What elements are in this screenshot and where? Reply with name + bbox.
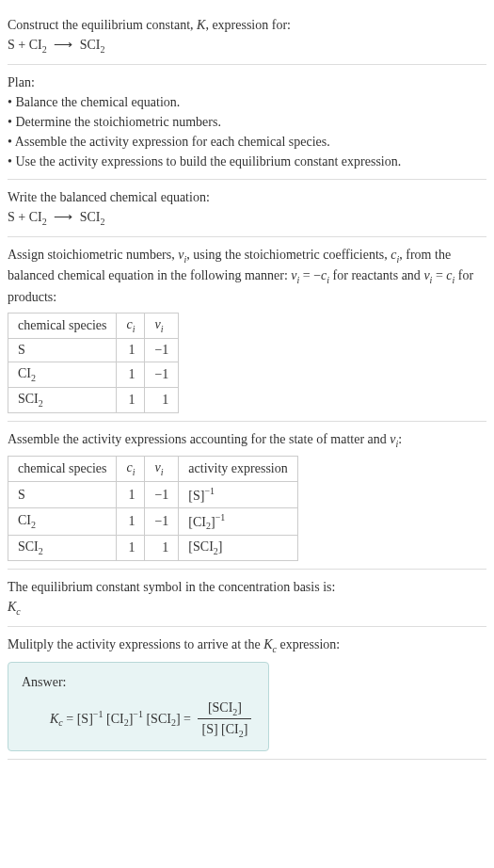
na: [SCI — [208, 700, 232, 715]
symbol-text: The equilibrium constant symbol in the c… — [8, 577, 486, 597]
header-section: Construct the equilibrium constant, K, e… — [8, 8, 486, 65]
esup: −1 — [215, 512, 226, 522]
table-row: CI2 1 −1 — [8, 362, 179, 387]
at3a: [SCI — [143, 711, 171, 725]
cell-c: 1 — [117, 387, 145, 412]
plan-item: • Assemble the activity expression for e… — [8, 132, 486, 152]
col-species: chemical species — [8, 313, 117, 339]
cell-c: 1 — [117, 482, 145, 508]
fraction: [SCI2][S] [CI2] — [198, 698, 251, 742]
plan-section: Plan: • Balance the chemical equation. •… — [8, 65, 486, 180]
aeq: = — [63, 711, 77, 725]
table-row: S 1 −1 [S]−1 — [8, 482, 298, 508]
eb: ] — [218, 539, 223, 554]
bal-sub2: 2 — [100, 217, 104, 227]
cell-species: S — [8, 482, 117, 508]
h3s: i — [161, 324, 164, 334]
title-prefix: Construct the equilibrium constant, — [8, 18, 197, 32]
ss: 2 — [39, 398, 43, 409]
answer-equation: Kc = [S]−1 [CI2]−1 [SCI2] = [SCI2][S] [C… — [22, 698, 255, 742]
at1: [S] — [77, 711, 93, 725]
sa: SCI — [18, 539, 39, 554]
sa: SCI — [18, 392, 39, 406]
cell-species: S — [8, 338, 117, 362]
mv: K — [263, 637, 272, 651]
ea: [SCI — [188, 539, 213, 554]
eq-left: S + CI — [8, 38, 42, 52]
table-header-row: chemical species ci νi activity expressi… — [8, 457, 298, 482]
db: ] — [244, 722, 248, 736]
symbol-var: Kc — [8, 597, 486, 619]
title-line: Construct the equilibrium constant, K, e… — [8, 15, 486, 35]
bal-sub1: 2 — [42, 217, 47, 227]
cell-c: 1 — [117, 338, 145, 362]
sa: CI — [18, 366, 31, 380]
balanced-title: Write the balanced chemical equation: — [8, 187, 486, 207]
cell-c: 1 — [117, 362, 145, 387]
cell-v: −1 — [145, 338, 179, 362]
table-row: SCI2 1 1 — [8, 387, 179, 412]
plan-item: • Determine the stoichiometric numbers. — [8, 112, 486, 132]
answer-box: Answer: Kc = [S]−1 [CI2]−1 [SCI2] = [SCI… — [8, 662, 269, 752]
stoich-t4: for reactants and — [329, 268, 423, 282]
col-c: ci — [117, 457, 145, 482]
cell-species: CI2 — [8, 507, 117, 535]
eq-sub1: 2 — [42, 44, 47, 55]
cell-c: 1 — [117, 507, 145, 535]
cell-species: SCI2 — [8, 536, 117, 561]
ss: 2 — [31, 520, 36, 530]
table-row: CI2 1 −1 [CI2]−1 — [8, 507, 298, 535]
da: [S] [CI — [201, 722, 238, 736]
balanced-section: Write the balanced chemical equation: S … — [8, 180, 486, 237]
equation-line: S + CI2 ⟶ SCI2 — [8, 35, 486, 56]
cell-expr: [CI2]−1 — [179, 507, 297, 535]
stoich-t1: Assign stoichiometric numbers, — [8, 248, 178, 262]
at1s: −1 — [93, 709, 104, 719]
table-row: S 1 −1 — [8, 338, 179, 362]
bal-left: S + CI — [8, 210, 42, 224]
at2sup: −1 — [133, 709, 143, 719]
ss: 2 — [31, 373, 36, 383]
cell-v: −1 — [145, 482, 179, 508]
e: [S] — [188, 489, 204, 503]
answer-label: Answer: — [22, 672, 255, 692]
bal-right: SCI — [80, 210, 101, 224]
stoich-eq1m: = − — [299, 268, 321, 282]
h2s: i — [133, 324, 135, 334]
plan-item: • Use the activity expressions to build … — [8, 152, 486, 171]
cell-v: −1 — [145, 507, 179, 535]
at3b: ] = — [176, 711, 195, 725]
stoich-section: Assign stoichiometric numbers, νi, using… — [8, 237, 486, 422]
stoich-text: Assign stoichiometric numbers, νi, using… — [8, 245, 486, 308]
eq-right: SCI — [80, 38, 101, 52]
cell-v: 1 — [145, 387, 179, 412]
activity-table: chemical species ci νi activity expressi… — [8, 456, 298, 561]
sv: K — [8, 600, 16, 614]
title-var: K — [197, 18, 205, 32]
col-expr: activity expression — [179, 457, 297, 482]
eq-sub2: 2 — [100, 44, 104, 55]
at2a: [CI — [103, 711, 123, 725]
arrow-icon: ⟶ — [54, 35, 72, 55]
symbol-section: The equilibrium constant symbol in the c… — [8, 570, 486, 627]
h3s: i — [161, 467, 164, 477]
arrow-icon: ⟶ — [54, 207, 72, 227]
cell-expr: [S]−1 — [179, 482, 297, 508]
plan-item: • Balance the chemical equation. — [8, 92, 486, 112]
ss: 2 — [39, 546, 43, 556]
cell-expr: [SCI2] — [179, 536, 297, 561]
multiply-section: Mulitply the activity expressions to arr… — [8, 627, 486, 760]
frac-den: [S] [CI2] — [198, 719, 251, 741]
ss: c — [16, 606, 20, 617]
activity-section: Assemble the activity expressions accoun… — [8, 422, 486, 571]
mt1: Mulitply the activity expressions to arr… — [8, 637, 263, 651]
plan-title: Plan: — [8, 72, 486, 92]
mt2: expression: — [277, 637, 340, 651]
balanced-equation: S + CI2 ⟶ SCI2 — [8, 207, 486, 229]
col-c: ci — [117, 313, 145, 339]
stoich-table: chemical species ci νi S 1 −1 CI2 1 −1 S… — [8, 313, 179, 412]
col-species: chemical species — [8, 457, 117, 482]
table-row: SCI2 1 1 [SCI2] — [8, 536, 298, 561]
sa: CI — [18, 513, 31, 527]
frac-num: [SCI2] — [198, 698, 251, 720]
